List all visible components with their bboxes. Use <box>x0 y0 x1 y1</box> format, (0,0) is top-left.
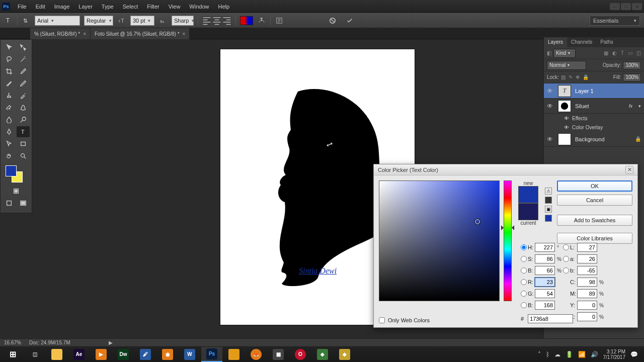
gamut-swatch[interactable] <box>545 197 552 204</box>
m-input[interactable] <box>577 289 597 298</box>
blender-button[interactable]: ◉ <box>157 347 178 362</box>
filter-smart-icon[interactable]: ◫ <box>636 50 641 56</box>
dodge-tool[interactable] <box>17 114 30 125</box>
rectangle-tool[interactable] <box>17 138 30 149</box>
effects-row[interactable]: 👁 Effects <box>544 114 644 123</box>
menu-filter[interactable]: Filter <box>142 2 164 12</box>
cancel-edits-icon[interactable] <box>328 16 337 25</box>
filter-type-icon[interactable]: T <box>621 50 624 56</box>
web-colors-checkbox[interactable] <box>379 317 385 323</box>
fx-expand-icon[interactable]: ▾ <box>638 104 641 109</box>
g-input[interactable] <box>535 289 555 298</box>
type-tool[interactable]: T <box>17 126 30 137</box>
screenmode-2[interactable] <box>17 198 30 209</box>
blur-tool[interactable] <box>3 114 16 125</box>
l-input[interactable] <box>577 243 597 252</box>
document-tab-1[interactable]: % (Siluet, RGB/8#) *× <box>30 28 91 39</box>
opera-button[interactable]: O <box>290 347 311 362</box>
zoom-level[interactable]: 16.67% <box>4 340 21 345</box>
brush-tool[interactable] <box>3 78 16 89</box>
filter-adjust-icon[interactable]: ◐ <box>612 50 617 56</box>
pen-tool[interactable] <box>3 126 16 137</box>
filter-shape-icon[interactable]: ▭ <box>628 50 632 56</box>
menu-view[interactable]: View <box>164 2 185 12</box>
close-button[interactable]: ✕ <box>632 3 642 10</box>
color-overlay-row[interactable]: 👁 Color Overlay <box>544 123 644 132</box>
menu-type[interactable]: Type <box>97 2 118 12</box>
g-radio[interactable] <box>521 291 527 297</box>
dialog-close-button[interactable]: ✕ <box>625 166 633 174</box>
doc-size[interactable]: Doc: 24.9M/15.7M <box>29 340 70 345</box>
hand-tool[interactable] <box>3 150 16 161</box>
close-icon[interactable]: × <box>183 31 186 37</box>
y-input[interactable] <box>577 301 597 310</box>
blab-input[interactable] <box>577 266 597 275</box>
layer-row-2[interactable]: 👁 Siluet fx ▾ <box>544 99 644 114</box>
eyedropper-tool[interactable] <box>17 66 30 77</box>
filter-pixel-icon[interactable]: ▦ <box>604 50 608 56</box>
firefox-button[interactable]: 🦊 <box>246 347 267 362</box>
move-tool[interactable] <box>3 42 16 53</box>
visibility-icon[interactable]: 👁 <box>564 116 569 121</box>
paint-button[interactable]: 🖌 <box>135 347 156 362</box>
canvas-text[interactable]: Sintia Dewi <box>299 266 337 276</box>
layer-name[interactable]: Background <box>575 136 605 142</box>
websafe-warning-icon[interactable]: ▣ <box>545 206 552 213</box>
foreground-swatch[interactable] <box>6 165 17 176</box>
hex-input[interactable] <box>528 314 573 323</box>
quickmask-button[interactable] <box>10 186 23 197</box>
crop-tool[interactable] <box>3 66 16 77</box>
sublime-button[interactable] <box>223 347 245 362</box>
fill-input[interactable]: 100% <box>623 73 641 81</box>
layer-row-3[interactable]: 👁 Background 🔒 <box>544 132 644 147</box>
l-radio[interactable] <box>563 244 569 250</box>
calculator-button[interactable]: ▦ <box>268 347 289 362</box>
lasso-tool[interactable] <box>3 54 16 65</box>
bb-radio[interactable] <box>521 302 527 308</box>
align-right-button[interactable] <box>222 16 231 25</box>
text-color-swatch[interactable] <box>240 16 253 25</box>
h-input[interactable] <box>535 243 555 252</box>
r-radio[interactable] <box>521 279 527 285</box>
magic-wand-tool[interactable] <box>17 54 30 65</box>
workspace-dropdown[interactable]: Essentials <box>590 16 640 26</box>
taskview-button[interactable]: ◫ <box>24 347 45 362</box>
opacity-input[interactable]: 100% <box>623 61 641 69</box>
websafe-swatch[interactable] <box>545 215 552 222</box>
photoshop-button[interactable]: Ps <box>201 347 222 362</box>
visibility-icon[interactable]: 👁 <box>564 125 569 130</box>
menu-file[interactable]: File <box>13 2 31 12</box>
warp-text-icon[interactable]: T <box>257 16 266 25</box>
blab-radio[interactable] <box>563 267 569 274</box>
font-size-dropdown[interactable]: 30 pt <box>130 16 154 26</box>
tray-bluetooth-icon[interactable]: ᛒ <box>546 351 549 358</box>
antialias-dropdown[interactable]: Sharp <box>172 16 194 26</box>
s-input[interactable] <box>535 254 555 263</box>
current-color-swatch[interactable] <box>518 203 538 220</box>
status-play-icon[interactable]: ▶ <box>109 340 113 345</box>
layer-name[interactable]: Siluet <box>575 103 589 109</box>
tray-up-icon[interactable]: ˄ <box>538 351 541 358</box>
blend-mode-dropdown[interactable]: Normal <box>547 61 586 70</box>
zoom-tool[interactable] <box>17 150 30 161</box>
saturation-field[interactable] <box>379 180 500 301</box>
gamut-warning-icon[interactable]: ⚠ <box>545 188 552 195</box>
lock-all-icon[interactable]: 🔒 <box>583 74 589 80</box>
bval-input[interactable] <box>535 266 555 275</box>
commit-edits-icon[interactable] <box>345 16 354 25</box>
text-orientation-icon[interactable]: ⇅ <box>22 16 31 25</box>
menu-help[interactable]: Help <box>213 2 234 12</box>
font-family-dropdown[interactable]: Arial <box>35 16 80 26</box>
k-input[interactable] <box>577 312 597 321</box>
tray-battery-icon[interactable]: 🔋 <box>566 351 573 358</box>
a-radio[interactable] <box>563 256 569 262</box>
ok-button[interactable]: OK <box>557 180 632 192</box>
start-button[interactable]: ⊞ <box>2 347 23 362</box>
artboard-tool[interactable] <box>17 42 30 53</box>
hue-slider[interactable] <box>504 180 512 301</box>
bb-input[interactable] <box>535 301 555 310</box>
lock-pixels-icon[interactable]: ✎ <box>569 74 573 80</box>
cancel-button[interactable]: Cancel <box>557 195 632 206</box>
history-brush-tool[interactable] <box>17 90 30 101</box>
paths-tab[interactable]: Paths <box>596 37 617 47</box>
